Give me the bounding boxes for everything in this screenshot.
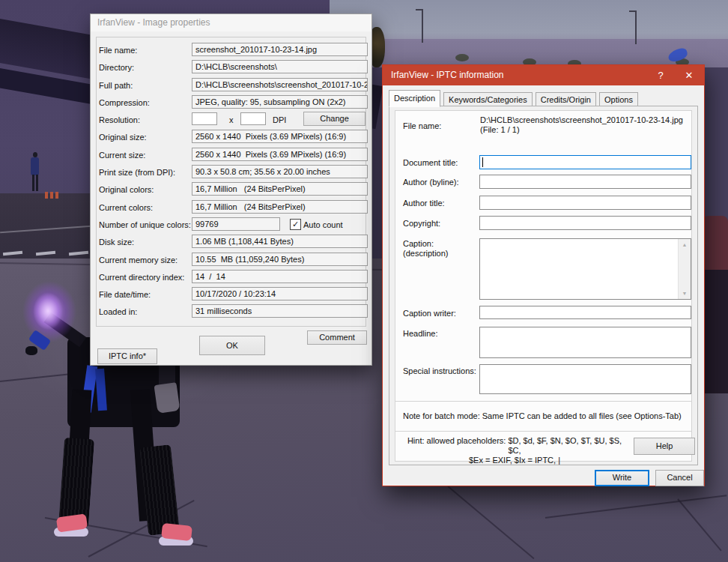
- write-button[interactable]: Write: [595, 470, 649, 486]
- iptc-information-dialog: IrfanView - IPTC information ? ✕ Descrip…: [382, 64, 705, 486]
- document-title-input[interactable]: [479, 155, 691, 169]
- file-date-row: File date/time: 10/17/2020 / 10:23:14: [91, 287, 371, 304]
- lamp-post: [422, 9, 423, 43]
- full-path-label: Full path:: [99, 81, 133, 90]
- placeholder-hint-text: Hint: allowed placeholders: $D, $d, $F, …: [401, 436, 628, 465]
- iptc-file-count: (File: 1 / 1): [480, 125, 520, 135]
- unique-colors-row: Number of unique colors: 99769 ✓ Auto co…: [91, 217, 371, 235]
- current-size-label: Current size:: [99, 151, 145, 160]
- current-colors-row: Current colors: 16,7 Million (24 BitsPer…: [91, 200, 371, 217]
- iptc-file-path: D:\HCLB\screenshots\screenshot_201017-10…: [480, 115, 683, 125]
- comment-button[interactable]: Comment: [307, 330, 367, 345]
- file-date-label: File date/time:: [99, 290, 151, 299]
- iptc-info-button[interactable]: IPTC info*: [97, 348, 157, 364]
- compression-label: Compression:: [99, 98, 150, 107]
- iptc-fields-box: File name: D:\HCLB\screenshots\screensho…: [395, 110, 692, 402]
- file-date-value: 10/17/2020 / 10:23:14: [192, 287, 368, 300]
- tab-credits-origin[interactable]: Credits/Origin: [536, 92, 596, 107]
- file-name-label: File name:: [99, 46, 137, 55]
- memory-size-value: 10.55 MB (11,059,240 Bytes): [192, 253, 368, 266]
- iptc-titlebar[interactable]: IrfanView - IPTC information ? ✕: [383, 65, 704, 85]
- compression-row: Compression: JPEG, quality: 95, subsampl…: [91, 95, 371, 112]
- change-button[interactable]: Change: [303, 112, 365, 126]
- pedestrian-head: [33, 152, 37, 157]
- loaded-in-row: Loaded in: 31 milliseconds: [91, 304, 371, 321]
- loaded-in-label: Loaded in:: [99, 307, 137, 316]
- current-colors-value: 16,7 Million (24 BitsPerPixel): [192, 200, 368, 214]
- print-size-row: Print size (from DPI): 90.3 x 50.8 cm; 3…: [91, 165, 371, 182]
- copyright-input[interactable]: [479, 216, 691, 230]
- ok-button[interactable]: OK: [199, 336, 265, 355]
- resolution-label: Resolution:: [99, 115, 140, 124]
- caption-label: Caption:: [403, 239, 434, 248]
- npc-boot: [154, 382, 181, 414]
- author-title-label: Author title:: [403, 199, 445, 208]
- npc-figure-right: [703, 216, 728, 277]
- full-path-row: Full path: D:\HCLB\screenshots\screensho…: [91, 78, 371, 95]
- memory-size-row: Current memory size: 10.55 MB (11,059,24…: [91, 253, 371, 270]
- author-byline-label: Author (byline):: [403, 178, 459, 187]
- description-tab-panel: File name: D:\HCLB\screenshots\screensho…: [389, 106, 698, 465]
- caption-writer-input[interactable]: [479, 306, 691, 319]
- caption-sub-label: (description): [403, 249, 449, 258]
- traffic-cone: [55, 192, 58, 199]
- tab-keywords-categories[interactable]: Keywords/Categories: [443, 92, 533, 107]
- memory-size-label: Current memory size:: [99, 256, 178, 265]
- resolution-x-input[interactable]: [192, 112, 217, 125]
- character-hand: [25, 346, 37, 355]
- caption-textarea[interactable]: ▲ ▼: [479, 238, 691, 300]
- special-instructions-textarea[interactable]: [479, 364, 691, 394]
- author-title-input[interactable]: [479, 196, 691, 210]
- hint-line-2: $Ex = EXIF, $Ix = IPTC, |: [401, 456, 628, 465]
- iptc-tab-strip: Description Keywords/Categories Credits/…: [389, 90, 639, 106]
- headline-textarea[interactable]: [479, 327, 691, 358]
- compression-value: JPEG, quality: 95, subsampling ON (2x2): [192, 95, 368, 109]
- print-size-label: Print size (from DPI):: [99, 168, 175, 177]
- batch-note-text: Note for batch mode: Same IPTC can be ad…: [403, 411, 682, 420]
- placeholder-hint-box: Hint: allowed placeholders: $D, $d, $F, …: [395, 431, 692, 462]
- directory-index-value: 14 / 14: [192, 270, 368, 283]
- document-title-label: Document title:: [403, 158, 458, 167]
- tab-description[interactable]: Description: [389, 90, 440, 107]
- iptc-file-name-label: File name:: [403, 121, 441, 130]
- disk-size-row: Disk size: 1.06 MB (1,108,441 Bytes): [91, 235, 371, 252]
- checkmark-icon: ✓: [292, 220, 299, 229]
- file-name-row: File name: screenshot_201017-10-23-14.jp…: [91, 43, 371, 60]
- caption-scrollbar[interactable]: ▲ ▼: [678, 239, 691, 299]
- original-colors-label: Original colors:: [99, 185, 154, 194]
- properties-titlebar[interactable]: IrfanView - Image properties: [91, 14, 371, 31]
- auto-count-checkbox[interactable]: ✓: [290, 219, 301, 230]
- chevron-down-icon[interactable]: ▼: [679, 288, 691, 299]
- dpi-label: DPI: [273, 115, 286, 124]
- unique-colors-label: Number of unique colors:: [99, 220, 191, 229]
- text-caret: [482, 157, 483, 167]
- help-icon[interactable]: ?: [646, 65, 676, 85]
- full-path-value: D:\HCLB\screenshots\screenshot_201017-10…: [192, 78, 368, 91]
- pedestrian-body: [31, 157, 39, 175]
- help-button[interactable]: Help: [634, 438, 695, 455]
- directory-value: D:\HCLB\screenshots\: [192, 60, 368, 73]
- original-size-label: Original size:: [99, 133, 147, 142]
- auto-count-label: Auto count: [303, 220, 343, 229]
- resolution-y-input[interactable]: [240, 112, 266, 125]
- author-byline-input[interactable]: [479, 175, 691, 189]
- caption-writer-label: Caption writer:: [403, 309, 456, 318]
- npc-figure-right-lower: [701, 270, 728, 393]
- sneaker-upper: [161, 523, 192, 541]
- copyright-label: Copyright:: [403, 219, 440, 228]
- close-icon[interactable]: ✕: [674, 65, 704, 85]
- bush: [455, 54, 469, 61]
- resolution-row: Resolution: x DPI Change: [91, 112, 371, 130]
- directory-label: Directory:: [99, 63, 134, 72]
- pink-sneaker-right: [159, 525, 196, 547]
- traffic-cone: [50, 192, 53, 199]
- chevron-up-icon[interactable]: ▲: [679, 239, 691, 250]
- cancel-button[interactable]: Cancel: [655, 470, 704, 486]
- disk-size-label: Disk size:: [99, 238, 134, 247]
- file-name-value: screenshot_201017-10-23-14.jpg: [192, 43, 368, 56]
- current-size-row: Current size: 2560 x 1440 Pixels (3.69 M…: [91, 148, 371, 165]
- directory-row: Directory: D:\HCLB\screenshots\: [91, 60, 371, 77]
- tab-options[interactable]: Options: [599, 92, 638, 107]
- special-instructions-label: Special instructions:: [403, 366, 476, 375]
- current-colors-label: Current colors:: [99, 203, 153, 212]
